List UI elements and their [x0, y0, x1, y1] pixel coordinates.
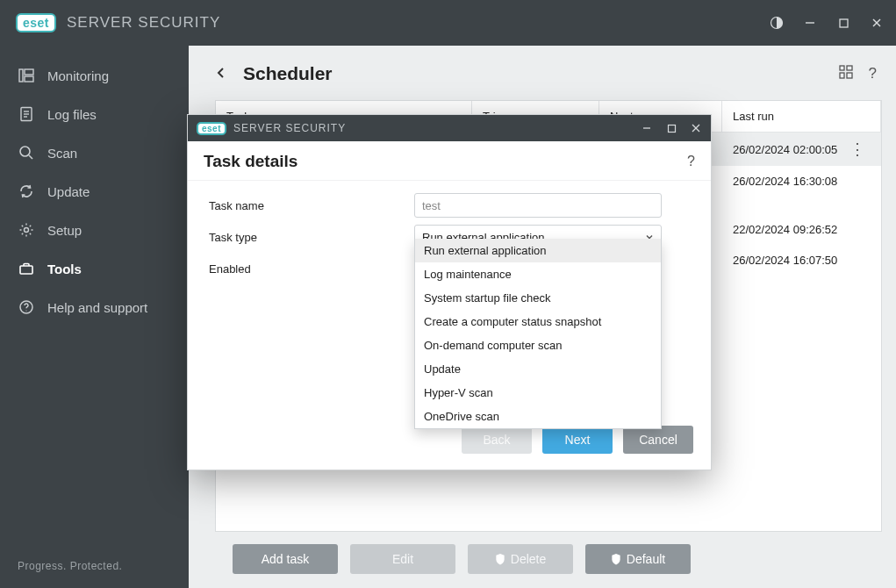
dialog-title: Task details [204, 152, 297, 171]
dropdown-option[interactable]: OneDrive scan [415, 405, 661, 428]
sidebar-item-label: Scan [47, 146, 77, 161]
search-icon [18, 144, 35, 161]
svg-rect-7 [25, 76, 33, 82]
svg-rect-19 [847, 66, 852, 70]
minimize-icon[interactable] [641, 122, 653, 134]
logfiles-icon [18, 105, 35, 123]
svg-point-12 [20, 147, 30, 156]
svg-rect-21 [847, 73, 852, 78]
sidebar-item-scan[interactable]: Scan [0, 133, 189, 172]
svg-point-14 [25, 228, 29, 233]
sidebar-item-label: Help and support [47, 300, 147, 315]
svg-rect-18 [840, 66, 844, 70]
svg-line-13 [29, 155, 32, 159]
sidebar-item-label: Monitoring [47, 68, 109, 83]
dialog-titlebar: eset SERVER SECURITY [188, 115, 711, 141]
sidebar-footer: Progress. Protected. [0, 560, 189, 588]
task-name-input[interactable] [414, 193, 662, 218]
view-grid-icon[interactable] [839, 65, 853, 82]
delete-button[interactable]: Delete [468, 544, 573, 574]
window-titlebar: eset SERVER SECURITY [0, 0, 896, 46]
help-icon [18, 298, 35, 316]
dropdown-option[interactable]: System startup file check [415, 286, 661, 310]
dropdown-option[interactable]: Hyper-V scan [415, 381, 661, 405]
dropdown-option[interactable]: On-demand computer scan [415, 333, 661, 357]
svg-rect-15 [20, 266, 32, 274]
cell-last-run: 26/02/2024 16:07:50 [733, 254, 837, 267]
sidebar-item-label: Update [47, 184, 90, 199]
cancel-button[interactable]: Cancel [623, 426, 693, 454]
cell-last-run: 26/02/2024 02:00:05 [733, 143, 837, 156]
back-caret-icon[interactable] [215, 67, 229, 81]
svg-point-17 [25, 310, 26, 311]
task-type-dropdown: Run external application Log maintenance… [414, 239, 662, 429]
brand-logo: eset [16, 13, 56, 32]
dropdown-option[interactable]: Run external application [415, 239, 661, 262]
page-title: Scheduler [243, 63, 333, 84]
maximize-icon[interactable] [665, 122, 677, 134]
sidebar-item-label: Tools [47, 262, 82, 276]
help-icon[interactable]: ? [687, 154, 695, 169]
brand-logo: eset [197, 122, 226, 135]
cell-last-run: 22/02/2024 09:26:52 [733, 223, 837, 236]
sidebar-item-label: Log files [47, 107, 97, 122]
dialog-app-title: SERVER SECURITY [233, 122, 346, 134]
shield-icon [611, 554, 621, 565]
sidebar: Monitoring Log files Scan Update [0, 46, 189, 588]
svg-rect-20 [840, 73, 844, 78]
svg-rect-6 [25, 69, 33, 75]
sidebar-item-monitoring[interactable]: Monitoring [0, 56, 189, 95]
column-last-run[interactable]: Last run [722, 101, 881, 132]
monitoring-icon [18, 67, 35, 84]
next-button[interactable]: Next [542, 426, 613, 454]
cell-last-run: 26/02/2024 16:30:08 [733, 175, 837, 188]
task-details-dialog: eset SERVER SECURITY Task details ? Task… [187, 114, 712, 470]
close-icon[interactable] [868, 14, 885, 32]
sidebar-item-help[interactable]: Help and support [0, 288, 189, 326]
dropdown-option[interactable]: Create a computer status snapshot [415, 310, 661, 333]
sidebar-item-label: Setup [47, 223, 82, 238]
update-icon [18, 183, 35, 200]
gear-icon [18, 221, 35, 239]
tools-icon [18, 260, 35, 277]
svg-rect-5 [19, 69, 23, 82]
sidebar-item-tools[interactable]: Tools [0, 249, 189, 288]
row-menu-icon[interactable]: ⋮ [849, 141, 871, 157]
shield-icon [495, 554, 505, 565]
sidebar-item-update[interactable]: Update [0, 172, 189, 211]
task-type-label: Task type [209, 231, 414, 244]
svg-rect-2 [840, 19, 848, 27]
sidebar-item-logfiles[interactable]: Log files [0, 95, 189, 133]
app-title: SERVER SECURITY [67, 14, 220, 32]
dropdown-option[interactable]: Log maintenance [415, 262, 661, 286]
add-task-button[interactable]: Add task [233, 544, 338, 574]
contrast-icon[interactable] [768, 14, 785, 32]
maximize-icon[interactable] [835, 14, 852, 32]
help-icon[interactable]: ? [869, 65, 877, 82]
task-name-label: Task name [209, 199, 414, 212]
enabled-label: Enabled [209, 262, 414, 276]
edit-button[interactable]: Edit [350, 544, 455, 574]
sidebar-item-setup[interactable]: Setup [0, 211, 189, 249]
svg-rect-23 [668, 125, 675, 132]
dropdown-option[interactable]: Update [415, 357, 661, 381]
default-button[interactable]: Default [585, 544, 691, 574]
back-button[interactable]: Back [462, 426, 532, 454]
minimize-icon[interactable] [801, 14, 819, 32]
close-icon[interactable] [690, 122, 702, 134]
